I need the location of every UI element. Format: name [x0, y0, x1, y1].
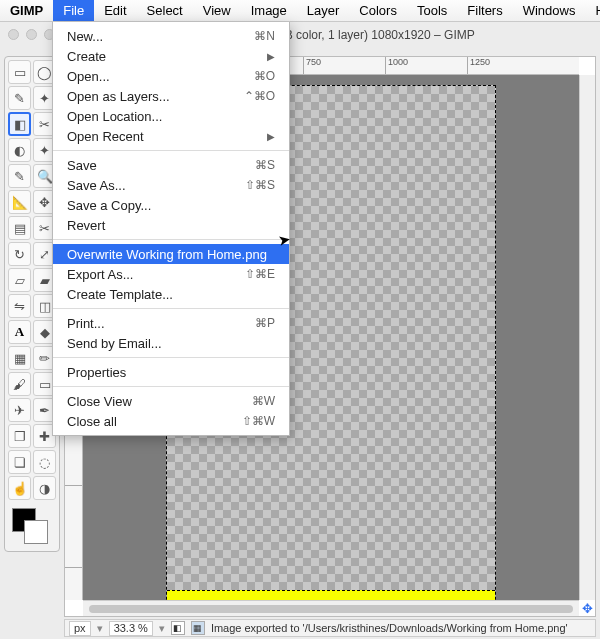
- tool-airbrush[interactable]: ✈: [8, 398, 31, 422]
- tool-align[interactable]: ▤: [8, 216, 31, 240]
- tool-by-color-select[interactable]: ◧: [8, 112, 31, 136]
- file-menu-dropdown: New...⌘NCreate▶Open...⌘OOpen as Layers..…: [52, 22, 290, 436]
- menu-item-revert[interactable]: Revert: [53, 215, 289, 235]
- menu-help[interactable]: Help: [585, 0, 600, 21]
- window-traffic-lights[interactable]: [8, 29, 55, 40]
- tool-free-select[interactable]: ✎: [8, 86, 31, 110]
- menu-view[interactable]: View: [193, 0, 241, 21]
- menu-item-open-recent[interactable]: Open Recent▶: [53, 126, 289, 146]
- menu-item-print[interactable]: Print...⌘P: [53, 313, 289, 333]
- menu-item-save[interactable]: Save⌘S: [53, 155, 289, 175]
- background-color[interactable]: [24, 520, 48, 544]
- close-window-icon[interactable]: [8, 29, 19, 40]
- menu-item-properties[interactable]: Properties: [53, 362, 289, 382]
- menu-item-save-as[interactable]: Save As...⇧⌘S: [53, 175, 289, 195]
- menu-item-export-as[interactable]: Export As...⇧⌘E: [53, 264, 289, 284]
- menu-item-close-all[interactable]: Close all⇧⌘W: [53, 411, 289, 431]
- tool-clone[interactable]: ❐: [8, 424, 31, 448]
- menu-edit[interactable]: Edit: [94, 0, 136, 21]
- scrollbar-horizontal[interactable]: [83, 600, 579, 616]
- status-bar: px ▾ 33.3 % ▾ ◧ ▦ Image exported to '/Us…: [64, 619, 596, 637]
- text-banner[interactable]: Working from home...: [167, 590, 495, 600]
- tool-blend[interactable]: ▦: [8, 346, 31, 370]
- tool-rotate[interactable]: ↻: [8, 242, 31, 266]
- menu-item-overwrite-working-from-home-png[interactable]: Overwrite Working from Home.png: [53, 244, 289, 264]
- menu-layer[interactable]: Layer: [297, 0, 350, 21]
- menu-item-open[interactable]: Open...⌘O: [53, 66, 289, 86]
- menu-colors[interactable]: Colors: [349, 0, 407, 21]
- menu-item-save-a-copy[interactable]: Save a Copy...: [53, 195, 289, 215]
- menu-item-create-template[interactable]: Create Template...: [53, 284, 289, 304]
- navigate-icon[interactable]: ✥: [580, 601, 594, 615]
- os-menubar: GIMP FileEditSelectViewImageLayerColorsT…: [0, 0, 600, 22]
- menu-select[interactable]: Select: [137, 0, 193, 21]
- app-name: GIMP: [0, 0, 53, 21]
- menu-tools[interactable]: Tools: [407, 0, 457, 21]
- tool-text[interactable]: A: [8, 320, 31, 344]
- menu-windows[interactable]: Windows: [513, 0, 586, 21]
- minimize-window-icon[interactable]: [26, 29, 37, 40]
- tool-smudge[interactable]: ☝: [8, 476, 31, 500]
- scrollbar-vertical[interactable]: [579, 75, 595, 600]
- tool-dodge[interactable]: ◑: [33, 476, 56, 500]
- tool-perspective-clone[interactable]: ❏: [8, 450, 31, 474]
- menu-item-open-location[interactable]: Open Location...: [53, 106, 289, 126]
- menu-item-create[interactable]: Create▶: [53, 46, 289, 66]
- tool-shear[interactable]: ▱: [8, 268, 31, 292]
- status-icon-2[interactable]: ▦: [191, 621, 205, 635]
- status-message: Image exported to '/Users/kristhines/Dow…: [211, 622, 591, 634]
- tool-blur[interactable]: ◌: [33, 450, 56, 474]
- tool-paintbrush[interactable]: 🖌: [8, 372, 31, 396]
- tool-foreground-select[interactable]: ◐: [8, 138, 31, 162]
- unit-selector[interactable]: px: [69, 621, 91, 636]
- menu-item-open-as-layers[interactable]: Open as Layers...⌃⌘O: [53, 86, 289, 106]
- tool-measure[interactable]: 📐: [8, 190, 31, 214]
- menu-item-close-view[interactable]: Close View⌘W: [53, 391, 289, 411]
- zoom-field[interactable]: 33.3 %: [109, 621, 153, 636]
- tool-color-picker[interactable]: ✎: [8, 164, 31, 188]
- menu-image[interactable]: Image: [241, 0, 297, 21]
- status-icon-1[interactable]: ◧: [171, 621, 185, 635]
- tool-flip[interactable]: ⇋: [8, 294, 31, 318]
- menu-item-send-by-email[interactable]: Send by Email...: [53, 333, 289, 353]
- menu-item-new[interactable]: New...⌘N: [53, 26, 289, 46]
- menu-file[interactable]: File: [53, 0, 94, 21]
- tool-rect-select[interactable]: ▭: [8, 60, 31, 84]
- menu-filters[interactable]: Filters: [457, 0, 512, 21]
